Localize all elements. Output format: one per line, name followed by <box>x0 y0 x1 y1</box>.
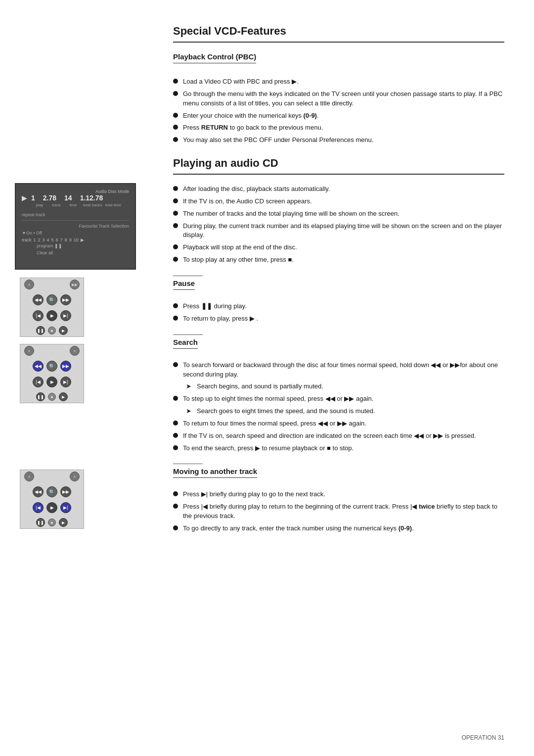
pause-title: Pause <box>173 279 195 290</box>
stop-dot-btn[interactable]: ● <box>48 327 56 334</box>
skip-btn-2[interactable]: ∧ <box>70 346 80 356</box>
lcd-track-numbers: 1 2 3 4 5 6 7 8 9 10 ▶ <box>34 237 84 242</box>
play-btn-2[interactable]: ▶ <box>46 377 57 387</box>
bullet-dot-icon <box>173 79 178 84</box>
lcd-fav-label: Favourite Track Selection <box>22 224 129 229</box>
vol-up-btn-3[interactable]: ∧ <box>24 472 34 481</box>
audio-bullet-6: To stop play at any other time, press ■. <box>173 255 504 265</box>
audio-bullet-3: The number of tracks and the total playi… <box>173 209 504 219</box>
page-container: Audio Disc Mode ▶ 1 2.78 14 1.12.78 play… <box>0 0 534 756</box>
search-bullet-1: To search forward or backward through th… <box>173 361 504 379</box>
pause-btn-2[interactable]: ❚❚ <box>36 392 45 401</box>
label-total-time: total time <box>105 203 121 207</box>
rew-btn-2[interactable]: ◀◀ <box>33 361 44 372</box>
play-small-btn-2[interactable]: ▶ <box>59 392 68 401</box>
search-btn-3[interactable]: 🔍 <box>46 486 57 497</box>
lcd-divider <box>22 220 129 221</box>
moving-divider <box>173 464 203 464</box>
play-btn-3[interactable]: ▶ <box>46 502 57 513</box>
play-small-btn[interactable]: ▶ <box>59 326 68 335</box>
vol-up-btn[interactable]: ∧ <box>24 280 34 289</box>
next-btn-1[interactable]: ▶| <box>60 310 71 321</box>
pause-divider <box>173 276 203 276</box>
ff-btn-3[interactable]: ▶▶ <box>60 486 71 497</box>
ff-btn-2[interactable]: ▶▶ <box>60 361 71 372</box>
moving-bullet-list: Press ▶| briefly during play to go to th… <box>173 490 504 533</box>
audio-cd-bullet-list: After loading the disc, playback starts … <box>173 185 504 265</box>
vol-up-btn-2[interactable]: ∧ <box>24 346 34 356</box>
search-bullet-3: To return to four times the normal speed… <box>173 419 504 428</box>
bullet-dot-icon <box>173 211 178 216</box>
footer-text: OPERATION 31 <box>462 734 504 741</box>
audio-cd-section: Playing an audio CD After loading the di… <box>173 157 504 265</box>
bullet-dot-icon <box>173 125 178 130</box>
rew-btn-3[interactable]: ◀◀ <box>33 486 44 497</box>
bullet-dot-icon <box>173 396 178 401</box>
search-bullet-5: To end the search, press ▶ to resume pla… <box>173 444 504 453</box>
search-btn-2[interactable]: 🔍 <box>46 361 57 372</box>
label-play: play <box>33 203 46 207</box>
bullet-dot-icon <box>173 433 178 438</box>
lcd-time: 2.78 <box>43 194 56 202</box>
bullet-dot-icon <box>173 91 178 96</box>
stop-dot-btn-2[interactable]: ● <box>48 393 56 401</box>
search-divider <box>173 334 203 335</box>
next-btn-3[interactable]: ▶| <box>60 502 71 513</box>
play-small-btn-3[interactable]: ▶ <box>59 518 68 527</box>
stop-dot-btn-3[interactable]: ● <box>48 519 56 526</box>
next-btn-2[interactable]: ▶| <box>60 377 71 387</box>
footer: OPERATION 31 <box>462 734 504 741</box>
pbc-bullet-1: Load a Video CD with PBC and press ▶. <box>173 77 504 87</box>
lcd-play-row: ▶ 1 2.78 14 1.12.78 <box>22 194 129 202</box>
search-sub-1: ➤ Search begins, and sound is partially … <box>186 382 504 391</box>
label-time: time <box>66 203 80 207</box>
rew-btn[interactable]: ◀◀ <box>33 294 44 305</box>
bullet-dot-icon <box>173 186 178 191</box>
remote-panel-1: ∧ ▶▶ ◀◀ 🔍 ▶▶ |◀ ▶ ▶| ❚❚ ● ▶ <box>20 278 84 337</box>
pause-btn-3[interactable]: ❚❚ <box>36 518 45 527</box>
bullet-dot-icon <box>173 362 178 367</box>
search-sub-2: ➤ Search goes to eight times the speed, … <box>186 407 504 416</box>
remote-panel-3: ∧ ∧ ◀◀ 🔍 ▶▶ |◀ ▶ ▶| ❚❚ ● ▶ <box>20 470 84 529</box>
audio-bullet-5: Playback will stop at the end of the dis… <box>173 243 504 252</box>
lcd-screen: Audio Disc Mode ▶ 1 2.78 14 1.12.78 play… <box>15 183 136 270</box>
remote-panel-2: ∧ ∧ ◀◀ 🔍 ▶▶ |◀ ▶ ▶| ❚❚ ● ▶ <box>20 344 84 403</box>
bullet-dot-icon <box>173 244 178 249</box>
skip-btn-3[interactable]: ∧ <box>70 472 80 481</box>
search-btn-1[interactable]: 🔍 <box>46 294 57 305</box>
bullet-dot-icon <box>173 504 178 509</box>
label-track: track <box>49 203 63 207</box>
audio-bullet-1: After loading the disc, playback starts … <box>173 185 504 194</box>
lcd-track-row: track 1 2 3 4 5 6 7 8 9 10 ▶ <box>22 237 129 242</box>
lcd-program-row: program ❚❚ <box>37 243 129 248</box>
play-btn-1[interactable]: ▶ <box>46 310 57 321</box>
right-column: Special VCD-Features Playback Control (P… <box>153 0 534 756</box>
pbc-bullet-2: Go through the menu with the keys indica… <box>173 90 504 108</box>
lcd-total-time: 1.12.78 <box>80 194 103 202</box>
pause-btn-1[interactable]: ❚❚ <box>36 326 45 335</box>
skip-btn[interactable]: ▶▶ <box>70 280 80 289</box>
prev-btn-1[interactable]: |◀ <box>33 310 44 321</box>
audio-bullet-4: During play, the current track number an… <box>173 222 504 240</box>
pause-bullet-2: To return to play, press ▶ . <box>173 314 504 324</box>
bullet-dot-icon <box>173 316 178 321</box>
bullet-dot-icon <box>173 445 178 450</box>
bullet-dot-icon <box>173 421 178 425</box>
moving-section: Moving to another track Press ▶| briefly… <box>173 464 504 533</box>
lcd-track: 1 <box>31 194 35 202</box>
pause-bullet-1: Press ❚❚ during play. <box>173 302 504 311</box>
pause-bullet-list: Press ❚❚ during play. To return to play,… <box>173 302 504 324</box>
lcd-play-icon: ▶ <box>22 194 27 202</box>
bullet-dot-icon <box>173 137 178 142</box>
lcd-numbers: 1 2.78 14 1.12.78 <box>31 194 103 202</box>
lcd-on-off: ▼On • Off <box>22 231 129 236</box>
moving-title: Moving to another track <box>173 467 257 478</box>
prev-btn-2[interactable]: |◀ <box>33 377 44 387</box>
prev-btn-3[interactable]: |◀ <box>33 502 44 513</box>
ff-btn[interactable]: ▶▶ <box>60 294 71 305</box>
bullet-dot-icon <box>173 198 178 203</box>
lcd-labels: play track time total tracks total time <box>33 203 129 207</box>
left-column: Audio Disc Mode ▶ 1 2.78 14 1.12.78 play… <box>0 0 153 756</box>
lcd-mode-label: Audio Disc Mode <box>22 189 129 194</box>
audio-bullet-2: If the TV is on, the Audio CD screen app… <box>173 197 504 206</box>
